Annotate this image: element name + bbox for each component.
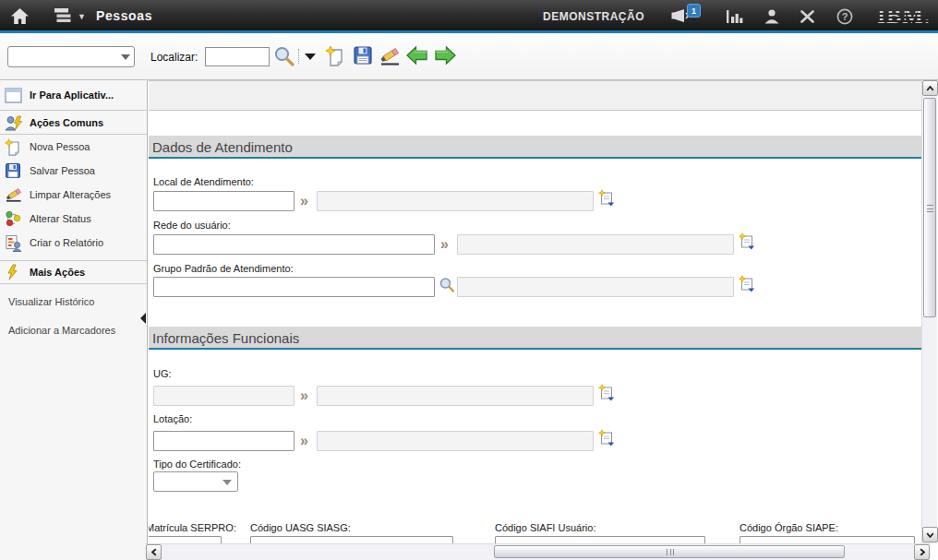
close-session-icon[interactable] xyxy=(800,9,815,26)
sidebar-item-label: Limpar Alterações xyxy=(29,189,111,200)
application-window: { "header": { "title": "Pessoas", "envir… xyxy=(0,0,938,560)
find-input[interactable] xyxy=(205,47,270,66)
sidebar-item-label: Visualizar Histórico xyxy=(7,296,94,307)
top-bar: ▼ Pessoas DEMONSTRAÇÃO 1 ? IBM. xyxy=(0,0,938,33)
tipo-certificado-select[interactable] xyxy=(153,471,238,492)
save-disk-icon xyxy=(5,162,29,179)
detail-chevron-icon[interactable]: » xyxy=(300,192,308,210)
sidebar-item-alterar-status[interactable]: Alterar Status xyxy=(0,207,147,231)
scroll-left-button[interactable] xyxy=(146,544,162,560)
find-label: Localizar: xyxy=(150,51,198,64)
sidebar-item-salvar-pessoa[interactable]: Salvar Pessoa xyxy=(0,159,147,183)
detail-menu-icon[interactable] xyxy=(739,232,755,251)
section-title: Dados de Atendimento xyxy=(152,139,293,155)
field-label: Local de Atendimento: xyxy=(153,176,254,187)
person-lightning-icon xyxy=(5,114,29,131)
field-label: Código SIAFI Usuário: xyxy=(495,522,595,533)
lightning-icon xyxy=(5,264,29,280)
sidebar-item-adicionar-marcadores[interactable]: Adicionar a Marcadores xyxy=(0,318,147,341)
detail-chevron-icon[interactable]: » xyxy=(300,387,308,405)
sidebar-collapse-icon[interactable] xyxy=(139,311,148,326)
page-title: Pessoas xyxy=(96,8,152,23)
select-value-magnifier-icon[interactable] xyxy=(439,276,455,294)
toolbar-separator xyxy=(298,49,299,64)
previous-record-icon[interactable] xyxy=(406,45,428,67)
field-label: Lotação: xyxy=(153,413,192,424)
field-label: Código Órgão SIAPE: xyxy=(740,522,838,533)
app-switcher-caret-icon[interactable]: ▼ xyxy=(78,12,86,21)
detail-menu-icon[interactable] xyxy=(598,189,615,208)
report-person-icon xyxy=(5,234,29,252)
sidebar-item-label: Adicionar a Marcadores xyxy=(7,325,115,336)
sidebar-item-nova-pessoa[interactable]: Nova Pessoa xyxy=(0,135,147,159)
lotacao-input[interactable] xyxy=(153,431,295,451)
scroll-down-button[interactable] xyxy=(922,527,938,542)
section-header-informacoes-funcionais: Informações Funcionais xyxy=(149,327,921,350)
ug-description xyxy=(317,386,594,406)
clear-changes-icon[interactable] xyxy=(379,45,401,67)
next-record-icon[interactable] xyxy=(434,45,456,67)
svg-text:?: ? xyxy=(842,11,848,22)
scrollbar-grip xyxy=(667,549,674,555)
help-icon[interactable]: ? xyxy=(836,8,853,27)
sidebar-item-visualizar-historico[interactable]: Visualizar Histórico xyxy=(0,290,147,313)
codigo-siafi-usuario-input[interactable] xyxy=(495,536,705,543)
vertical-scrollbar[interactable] xyxy=(921,80,937,543)
vertical-scrollbar-thumb[interactable] xyxy=(923,98,936,317)
horizontal-scrollbar[interactable] xyxy=(145,543,931,560)
detail-menu-icon[interactable] xyxy=(598,429,615,447)
sidebar-item-go-to-applications[interactable]: Ir Para Aplicativ... xyxy=(0,80,147,111)
new-record-icon[interactable] xyxy=(325,45,347,67)
sidebar-item-label: Nova Pessoa xyxy=(29,141,90,152)
detail-chevron-icon[interactable]: » xyxy=(300,432,308,450)
app-switcher-icon[interactable] xyxy=(54,7,74,26)
field-label: Código UASG SIASG: xyxy=(250,522,351,533)
matricula-serpro-input[interactable] xyxy=(149,536,222,543)
new-document-icon xyxy=(5,138,29,156)
ibm-logo: IBM. xyxy=(877,4,931,29)
sidebar-section-common-actions[interactable]: Ações Comuns xyxy=(0,111,147,135)
sidebar: Ir Para Aplicativ... Ações Comuns Nova P… xyxy=(0,80,148,560)
sidebar-section-more-actions[interactable]: Mais Ações xyxy=(0,260,147,284)
codigo-uasg-siasg-input[interactable] xyxy=(250,536,453,543)
status-circles-icon xyxy=(5,210,29,227)
report-chart-icon[interactable] xyxy=(726,9,744,26)
scroll-right-button[interactable] xyxy=(914,544,930,560)
sidebar-section-title: Mais Ações xyxy=(29,267,85,278)
rede-do-usuario-description xyxy=(457,234,734,255)
environment-label: DEMONSTRAÇÃO xyxy=(543,10,644,23)
home-icon[interactable] xyxy=(10,7,30,27)
field-label: Rede do usuário: xyxy=(153,220,231,231)
sidebar-item-label: Salvar Pessoa xyxy=(29,165,95,176)
search-icon[interactable] xyxy=(273,45,295,67)
window-icon xyxy=(5,88,29,103)
detail-chevron-icon[interactable]: » xyxy=(440,235,449,254)
search-options-caret-icon[interactable] xyxy=(305,54,316,60)
combobox-caret-icon xyxy=(121,54,130,60)
sidebar-item-limpar-alteracoes[interactable]: Limpar Alterações xyxy=(0,183,147,207)
rede-do-usuario-input[interactable] xyxy=(153,234,435,255)
sidebar-item-criar-relatorio[interactable]: Criar o Relatório xyxy=(0,231,147,255)
record-selector-combobox[interactable] xyxy=(7,46,135,67)
record-header-strip xyxy=(149,81,921,111)
grupo-padrao-atendimento-input[interactable] xyxy=(153,277,435,297)
local-de-atendimento-description xyxy=(317,191,594,211)
field-label: Tipo do Certificado: xyxy=(153,459,241,470)
local-de-atendimento-input[interactable] xyxy=(153,191,295,211)
pencil-eraser-icon xyxy=(5,186,29,203)
field-label: Grupo Padrão de Atendimento: xyxy=(153,263,294,274)
sidebar-section-title: Ações Comuns xyxy=(29,117,103,128)
main-content: Dados de Atendimento Local de Atendiment… xyxy=(149,80,921,543)
field-label: UG: xyxy=(153,368,172,379)
codigo-orgao-siape-input[interactable] xyxy=(740,536,915,543)
notification-badge: 1 xyxy=(687,4,701,18)
profile-person-icon[interactable] xyxy=(764,8,780,26)
horizontal-scrollbar-thumb[interactable] xyxy=(494,545,845,558)
lotacao-description xyxy=(317,431,594,451)
scroll-up-button[interactable] xyxy=(922,80,938,96)
sidebar-item-label: Criar o Relatório xyxy=(29,237,103,248)
detail-menu-icon[interactable] xyxy=(598,384,615,402)
field-label: Matrícula SERPRO: xyxy=(149,522,236,533)
detail-menu-icon[interactable] xyxy=(739,275,755,293)
save-icon[interactable] xyxy=(353,45,375,67)
